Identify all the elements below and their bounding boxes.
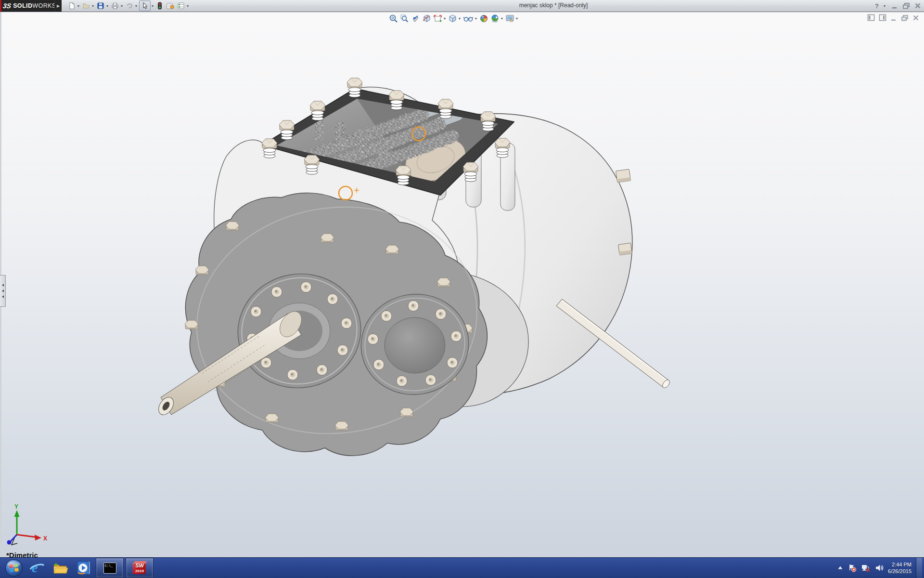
hex-bolt[interactable]: [495, 138, 510, 158]
apply-scene-button[interactable]: [490, 13, 500, 24]
cmd-icon-text: C:\_: [105, 564, 113, 568]
new-document-icon: [68, 2, 76, 10]
titlebar: 3S SOLIDWORKS ▶ ▾ ▾ ▾ ▾ ▾ ▾: [0, 0, 924, 12]
help-button[interactable]: ?: [875, 2, 879, 10]
windows-taskbar: e C:\_: [0, 557, 924, 578]
sw-icon-year: 2015: [132, 569, 147, 573]
apply-scene-caret[interactable]: ▾: [501, 16, 503, 21]
close-button[interactable]: [914, 2, 921, 9]
volume-icon[interactable]: [875, 564, 884, 572]
hex-bolt[interactable]: [265, 414, 279, 422]
help-dropdown-caret[interactable]: ▾: [884, 4, 886, 8]
taskbar-media-player[interactable]: [73, 558, 94, 578]
split-pane-left-icon[interactable]: [867, 14, 875, 21]
3ds-logo-mark: 3S: [2, 2, 12, 10]
view-orientation-button[interactable]: [433, 13, 443, 24]
gearbox-3d-model[interactable]: Y X: [0, 12, 924, 557]
hex-bolt[interactable]: [480, 112, 496, 131]
save-dropdown-caret[interactable]: ▾: [106, 4, 108, 8]
view-settings-icon: [505, 14, 514, 23]
collapse-arrow-icon: [2, 295, 4, 298]
taskbar-internet-explorer[interactable]: e: [26, 558, 48, 578]
undo-button[interactable]: [125, 1, 134, 11]
view-orientation-label: *Dimetric: [6, 551, 38, 557]
menu-expand-arrow-icon[interactable]: ▶: [54, 0, 62, 12]
print-dropdown-caret[interactable]: ▾: [121, 4, 123, 8]
collapse-arrow-icon: [2, 289, 4, 292]
taskbar-clock[interactable]: 2:44 PM 6/26/2015: [888, 561, 911, 575]
hex-bolt[interactable]: [304, 155, 320, 174]
file-properties-icon: [166, 2, 174, 10]
hex-bolt[interactable]: [347, 78, 362, 97]
open-button[interactable]: [81, 1, 91, 11]
previous-view-button[interactable]: [411, 13, 421, 24]
graphics-viewport[interactable]: Y X ▾ ▾ ▾: [0, 12, 924, 557]
open-folder-icon: [82, 2, 90, 10]
housing-stud[interactable]: [618, 243, 632, 255]
network-status-icon[interactable]: [861, 564, 871, 572]
hex-bolt[interactable]: [185, 320, 198, 329]
hex-bolt[interactable]: [335, 421, 348, 430]
taskbar-command-prompt[interactable]: C:\_: [96, 558, 124, 578]
options-dropdown-caret[interactable]: ▾: [187, 4, 189, 8]
hex-bolt[interactable]: [396, 166, 411, 185]
section-view-button[interactable]: [422, 13, 432, 24]
hex-bolt[interactable]: [385, 245, 399, 254]
options-button[interactable]: [176, 1, 186, 11]
clock-time: 2:44 PM: [888, 561, 911, 568]
doc-close-button[interactable]: [912, 14, 919, 21]
zoom-to-area-button[interactable]: [399, 13, 410, 24]
hex-bolt[interactable]: [262, 139, 277, 158]
save-button[interactable]: [96, 1, 105, 11]
triad-y-label: Y: [14, 503, 18, 510]
hex-bolt[interactable]: [226, 222, 239, 230]
command-prompt-icon: C:\_: [103, 563, 116, 574]
print-button[interactable]: [110, 1, 120, 11]
start-button[interactable]: [3, 558, 25, 578]
zoom-to-fit-button[interactable]: [388, 13, 398, 24]
display-style-button[interactable]: [448, 13, 458, 24]
show-desktop-button[interactable]: [916, 558, 922, 578]
taskbar-file-explorer[interactable]: [50, 558, 71, 578]
hide-show-items-caret[interactable]: ▾: [475, 16, 477, 21]
new-document-button[interactable]: [67, 1, 77, 11]
new-dropdown-caret[interactable]: ▾: [77, 4, 79, 8]
undo-dropdown-caret[interactable]: ▾: [135, 4, 137, 8]
view-orientation-caret[interactable]: ▾: [444, 16, 446, 21]
system-tray: 2:44 PM 6/26/2015: [837, 558, 924, 578]
edit-appearance-button[interactable]: [479, 13, 489, 24]
brand-name-light: WORKS: [32, 2, 56, 9]
hex-bolt[interactable]: [400, 408, 413, 417]
open-dropdown-caret[interactable]: ▾: [92, 4, 94, 8]
hex-bolt[interactable]: [389, 91, 404, 110]
taskbar-solidworks-2015[interactable]: SW 2015: [126, 558, 154, 578]
doc-restore-button[interactable]: [901, 14, 909, 21]
view-settings-button[interactable]: [505, 13, 515, 24]
hex-bolt[interactable]: [463, 162, 478, 182]
headsup-view-toolbar: ▾ ▾ ▾ ▾ ▾: [388, 13, 519, 24]
display-style-caret[interactable]: ▾: [459, 16, 461, 21]
action-center-flag-icon[interactable]: [848, 564, 857, 572]
minimize-button[interactable]: [891, 2, 898, 9]
hex-bolt[interactable]: [195, 266, 209, 275]
hex-bolt[interactable]: [438, 99, 453, 118]
hex-bolt[interactable]: [321, 234, 334, 242]
media-player-icon: [75, 560, 91, 576]
view-settings-caret[interactable]: ▾: [516, 16, 518, 21]
doc-minimize-button[interactable]: [890, 14, 897, 21]
show-hidden-icons-button[interactable]: [837, 565, 844, 571]
rebuild-button[interactable]: [155, 1, 164, 11]
hide-show-items-button[interactable]: [462, 13, 474, 24]
collapsed-featuremanager-tab[interactable]: [0, 275, 6, 307]
file-properties-button[interactable]: [165, 1, 175, 11]
select-dropdown-caret[interactable]: ▾: [152, 4, 154, 8]
hex-bolt[interactable]: [310, 101, 325, 120]
hex-bolt[interactable]: [437, 278, 450, 287]
logo-accent: [0, 0, 1, 12]
split-pane-right-icon[interactable]: [879, 14, 886, 21]
restore-button[interactable]: [902, 2, 910, 9]
select-tool-button[interactable]: [139, 0, 151, 11]
housing-stud[interactable]: [616, 169, 630, 183]
clock-date: 6/26/2015: [888, 568, 911, 575]
hex-bolt[interactable]: [279, 120, 295, 140]
